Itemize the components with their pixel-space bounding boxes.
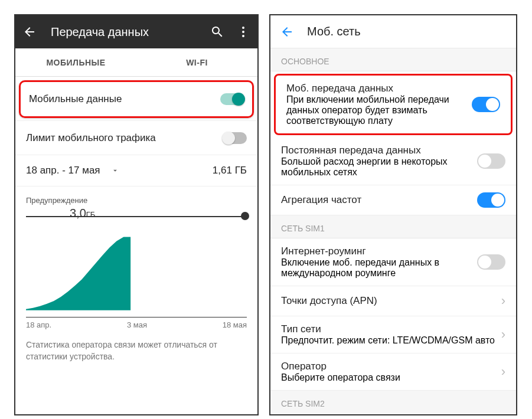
app-bar: Передача данных — [15, 15, 257, 48]
section-main: ОСНОВНОЕ — [270, 48, 516, 71]
apn-title: Точки доступа (APN) — [281, 295, 495, 307]
chevron-right-icon: › — [501, 364, 505, 379]
date-range-text: 18 апр. - 17 мая — [26, 165, 100, 176]
search-icon[interactable] — [210, 25, 224, 39]
highlight-mobile-data: Мобильные данные — [19, 80, 254, 118]
aggregation-toggle[interactable] — [477, 192, 505, 208]
svg-point-0 — [242, 27, 244, 29]
back-arrow-icon[interactable] — [280, 25, 294, 39]
left-screenshot: Передача данных МОБИЛЬНЫЕ WI-FI Мобильны… — [14, 14, 259, 415]
limit-toggle[interactable] — [223, 132, 247, 144]
app-bar-right: Моб. сеть — [270, 15, 516, 48]
roaming-title: Интернет-роуминг — [281, 245, 471, 257]
section-sim1: СЕТЬ SIM1 — [270, 215, 516, 238]
mobile-data-row[interactable]: Моб. передача данных При включении мобил… — [276, 76, 511, 133]
chevron-right-icon: › — [501, 293, 505, 309]
svg-point-1 — [242, 31, 244, 33]
limit-row[interactable]: Лимит мобильного трафика — [15, 120, 257, 155]
apn-row[interactable]: Точки доступа (APN) › — [270, 286, 516, 316]
operator-title: Оператор — [281, 361, 495, 372]
usage-area-chart — [26, 223, 247, 310]
warning-threshold-line — [26, 216, 247, 217]
aggregation-title: Агрегация частот — [281, 194, 471, 206]
mobile-data-row[interactable]: Мобильные данные — [21, 82, 252, 116]
mobile-data-sub: При включении мобильной передачи данных … — [286, 94, 466, 126]
svg-point-2 — [242, 35, 244, 37]
chart-x-axis: 18 апр. 3 мая 18 мая — [26, 320, 247, 329]
dropdown-icon — [111, 166, 119, 175]
persistent-data-row[interactable]: Постоянная передача данных Большой расхо… — [270, 138, 516, 185]
operator-sub: Выберите оператора связи — [281, 372, 495, 383]
operator-row[interactable]: Оператор Выберите оператора связи › — [270, 353, 516, 391]
roaming-row[interactable]: Интернет-роуминг Включение моб. передачи… — [270, 238, 516, 286]
persistent-sub: Большой расход энергии в некоторых мобил… — [281, 156, 471, 178]
tab-wifi[interactable]: WI-FI — [136, 48, 257, 76]
nettype-title: Тип сети — [281, 323, 495, 335]
warning-threshold-handle[interactable] — [241, 212, 249, 220]
date-range-row[interactable]: 18 апр. - 17 мая 1,61 ГБ — [15, 155, 257, 186]
warning-value: 3,0ГБ — [70, 207, 95, 220]
mobile-data-title: Моб. передача данных — [286, 83, 466, 94]
footnote: Статистика оператора связи может отличат… — [15, 329, 257, 372]
tabs: МОБИЛЬНЫЕ WI-FI — [15, 48, 257, 77]
roaming-sub: Включение моб. передачи данных в междуна… — [281, 257, 471, 279]
persistent-title: Постоянная передача данных — [281, 145, 471, 156]
mobile-data-label: Мобильные данные — [29, 93, 220, 105]
mobile-data-toggle[interactable] — [472, 97, 500, 112]
nettype-row[interactable]: Тип сети Предпочтит. режим сети: LTE/WCD… — [270, 316, 516, 353]
page-title: Моб. сеть — [307, 25, 361, 38]
section-sim2: СЕТЬ SIM2 — [270, 391, 516, 413]
limit-label: Лимит мобильного трафика — [26, 132, 223, 144]
back-arrow-icon[interactable] — [22, 25, 37, 39]
persistent-toggle[interactable] — [477, 153, 505, 169]
mobile-data-toggle[interactable] — [220, 93, 244, 105]
usage-value: 1,61 ГБ — [213, 165, 247, 176]
aggregation-row[interactable]: Агрегация частот — [270, 185, 516, 215]
highlight-mobile-data-right: Моб. передача данных При включении мобил… — [274, 74, 513, 135]
chevron-right-icon: › — [501, 327, 505, 342]
overflow-menu-icon[interactable] — [236, 25, 250, 39]
usage-chart: Предупреждение 3,0ГБ 18 апр. 3 мая 18 ма… — [15, 186, 257, 329]
right-screenshot: Моб. сеть ОСНОВНОЕ Моб. передача данных … — [269, 14, 517, 415]
tab-mobile[interactable]: МОБИЛЬНЫЕ — [15, 48, 136, 76]
roaming-toggle[interactable] — [477, 254, 505, 270]
warning-label: Предупреждение — [26, 196, 87, 205]
page-title: Передача данных — [51, 25, 198, 39]
nettype-sub: Предпочтит. режим сети: LTE/WCDMA/GSM ав… — [281, 335, 495, 346]
